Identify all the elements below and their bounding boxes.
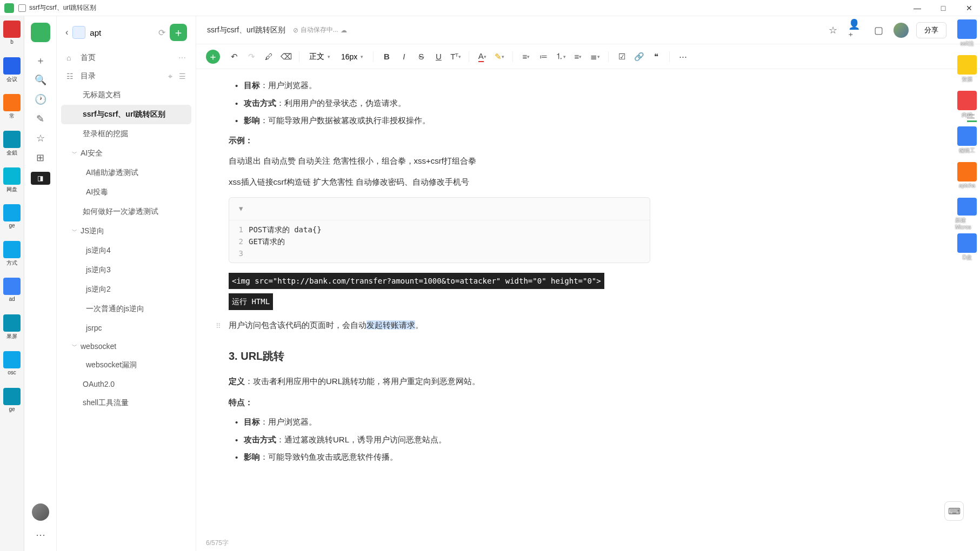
- more-icon[interactable]: ⋯: [178, 53, 186, 62]
- insert-button[interactable]: ＋: [206, 50, 220, 64]
- undo-button[interactable]: ↶: [226, 49, 242, 64]
- clear-format-button[interactable]: ⌫: [278, 49, 294, 64]
- editor-content-area[interactable]: 目标：用户浏览器。攻击方式：利用用户的登录状态，伪造请求。影响：可能导致用户数据…: [196, 69, 980, 551]
- ordered-list-button[interactable]: ⒈▾: [553, 49, 568, 64]
- desktop-shortcut[interactable]: 网盘: [1, 167, 23, 200]
- font-size-select[interactable]: 16px▾: [337, 52, 368, 61]
- window-close-button[interactable]: ✕: [963, 2, 976, 15]
- unordered-list-button[interactable]: ≔: [536, 49, 551, 64]
- align-button[interactable]: ≡▾: [518, 49, 534, 64]
- code-line[interactable]: POST请求的 data{}: [249, 224, 322, 236]
- window-minimize-button[interactable]: —: [911, 2, 924, 15]
- sidebar-doc-item[interactable]: 一次普通的js逆向: [61, 299, 191, 319]
- example-heading[interactable]: 示例：: [229, 133, 650, 149]
- sidebar-doc-item[interactable]: js逆向2: [61, 280, 191, 299]
- paragraph[interactable]: 自动退出 自动点赞 自动关注 危害性很小，组合拳，xss+csrf打组合拳: [229, 153, 650, 169]
- bullet-item[interactable]: 目标：用户浏览器。: [229, 78, 650, 93]
- desktop-shortcut[interactable]: 全鎖: [1, 131, 23, 163]
- bold-button[interactable]: B: [379, 49, 394, 64]
- rail-apps-button[interactable]: ⊞: [31, 148, 50, 167]
- text-transform-button[interactable]: Tᵀ▾: [448, 49, 463, 64]
- rail-more-button[interactable]: ⋯: [31, 525, 50, 545]
- italic-button[interactable]: I: [396, 49, 411, 64]
- desktop-shortcut[interactable]: 会议: [1, 57, 23, 90]
- sidebar-doc-item[interactable]: 无标题文档: [61, 85, 191, 105]
- paragraph-style-select[interactable]: 正文▾: [305, 52, 335, 62]
- sidebar-doc-item[interactable]: jsrpc: [61, 319, 191, 337]
- rail-draft-button[interactable]: ✎: [31, 109, 50, 129]
- underline-button[interactable]: U: [431, 49, 446, 64]
- outdent-button[interactable]: ≡▾: [570, 49, 585, 64]
- desktop-shortcut[interactable]: ad: [1, 278, 23, 310]
- desktop-shortcut[interactable]: 常: [1, 94, 23, 126]
- features-heading[interactable]: 特点：: [229, 395, 650, 411]
- header-avatar[interactable]: [894, 23, 909, 38]
- sidebar-doc-item[interactable]: AI辅助渗透测试: [61, 163, 191, 183]
- add-document-button[interactable]: ＋: [170, 24, 187, 41]
- sidebar-folder-item[interactable]: ﹀JS逆向: [61, 221, 191, 241]
- back-button[interactable]: ‹: [65, 28, 68, 37]
- keyboard-shortcut-button[interactable]: ⌨: [944, 501, 964, 521]
- rail-recent-button[interactable]: 🕐: [31, 90, 50, 109]
- code-snippet-dark[interactable]: <img src="http://bank.com/transfer?amoun…: [229, 273, 604, 290]
- bullet-item[interactable]: 攻击方式：利用用户的登录状态，伪造请求。: [229, 96, 650, 111]
- bullet-item[interactable]: 影响：可能导致钓鱼攻击或恶意软件传播。: [229, 449, 650, 465]
- desktop-shortcut[interactable]: ge: [1, 388, 23, 420]
- code-line[interactable]: GET请求的: [249, 236, 322, 247]
- collaborator-icon[interactable]: 👤⁺: [848, 23, 863, 38]
- sidebar-doc-item[interactable]: js逆向4: [61, 241, 191, 260]
- run-html-label[interactable]: 运行 HTML: [229, 293, 273, 310]
- present-icon[interactable]: ▢: [871, 23, 886, 38]
- quote-button[interactable]: ❝: [649, 49, 664, 64]
- paragraph[interactable]: xss插入链接csrf构造链 扩大危害性 自动修改密码、自动修改手机号: [229, 174, 650, 190]
- sidebar-doc-item[interactable]: websocket漏洞: [61, 355, 191, 375]
- format-painter-button[interactable]: 🖊: [261, 49, 276, 64]
- sidebar-doc-item[interactable]: ssrf与csrf、url跳转区别: [61, 105, 191, 124]
- font-color-button[interactable]: A ▾: [475, 49, 490, 64]
- sidebar-doc-item[interactable]: shell工具流量: [61, 393, 191, 413]
- split-view-toggle[interactable]: ◨: [31, 172, 50, 185]
- sidebar-toc-header[interactable]: ☷ 目录 ⌖ ☰: [61, 67, 191, 85]
- window-maximize-button[interactable]: □: [937, 2, 950, 15]
- sidebar-folder-item[interactable]: ﹀websocket: [61, 337, 191, 355]
- bullet-item[interactable]: 目标：用户浏览器。: [229, 414, 650, 430]
- outline-minimap[interactable]: [967, 112, 977, 124]
- sidebar-doc-item[interactable]: 如何做好一次渗透测试: [61, 202, 191, 221]
- list-mode-icon[interactable]: ☰: [179, 72, 186, 81]
- highlight-color-button[interactable]: ✎ ▾: [492, 49, 507, 64]
- desktop-shortcut[interactable]: ge: [1, 204, 23, 237]
- desktop-shortcut[interactable]: b: [1, 21, 23, 53]
- yuque-logo-icon[interactable]: [31, 23, 50, 42]
- indent-button[interactable]: ≣▾: [588, 49, 603, 64]
- code-collapse-icon[interactable]: ▾: [239, 204, 243, 213]
- paragraph[interactable]: ⠿ 用户访问包含该代码的页面时，会自动发起转账请求。: [229, 318, 650, 333]
- strikethrough-button[interactable]: S: [414, 49, 429, 64]
- drag-handle-icon[interactable]: ⠿: [216, 320, 220, 333]
- rail-search-button[interactable]: 🔍: [31, 70, 50, 90]
- sidebar-doc-item[interactable]: 登录框的挖掘: [61, 124, 191, 144]
- space-title[interactable]: apt: [90, 28, 154, 37]
- rail-new-button[interactable]: ＋: [31, 51, 50, 70]
- locate-icon[interactable]: ⌖: [168, 72, 172, 81]
- sidebar-doc-item[interactable]: AI投毒: [61, 183, 191, 202]
- sidebar-folder-item[interactable]: ﹀AI安全: [61, 144, 191, 163]
- desktop-shortcut[interactable]: 方式: [1, 241, 23, 273]
- bullet-item[interactable]: 影响：可能导致用户数据被篡改或执行非授权操作。: [229, 113, 650, 129]
- sidebar-home[interactable]: ⌂ 首页 ⋯: [61, 49, 191, 67]
- code-block[interactable]: ▾ 123 POST请求的 data{}GET请求的: [229, 197, 650, 263]
- bullet-item[interactable]: 攻击方式：通过篡改跳转URL，诱导用户访问恶意站点。: [229, 432, 650, 448]
- share-button[interactable]: 分享: [916, 22, 946, 38]
- sidebar-doc-item[interactable]: OAuth2.0: [61, 375, 191, 393]
- code-line[interactable]: [249, 247, 322, 259]
- user-avatar[interactable]: [32, 503, 49, 521]
- redo-button[interactable]: ↷: [244, 49, 259, 64]
- sidebar-doc-item[interactable]: js逆向3: [61, 260, 191, 280]
- rail-favorite-button[interactable]: ☆: [31, 129, 50, 148]
- task-list-button[interactable]: ☑: [614, 49, 629, 64]
- outline-toggle-icon[interactable]: ▤: [954, 23, 969, 38]
- desktop-shortcut[interactable]: 果屏: [1, 314, 23, 347]
- paragraph[interactable]: 定义：攻击者利用应用中的URL跳转功能，将用户重定向到恶意网站。: [229, 374, 650, 389]
- desktop-shortcut[interactable]: osc: [1, 351, 23, 384]
- heading-3[interactable]: 3. URL跳转: [229, 346, 650, 366]
- document-title[interactable]: ssrf与csrf、url跳转区别: [207, 25, 285, 35]
